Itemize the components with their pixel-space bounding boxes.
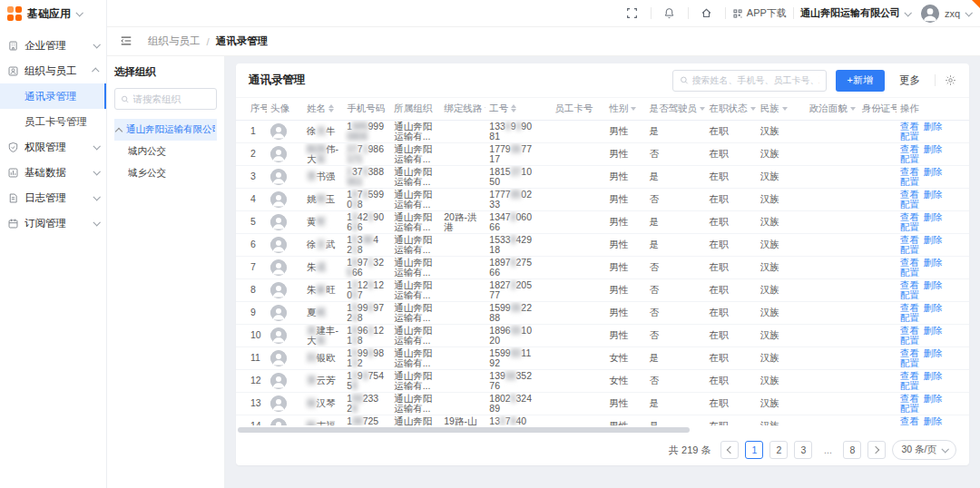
gear-icon[interactable] [945,74,956,86]
config-link[interactable]: 配置 [900,244,919,255]
config-link[interactable]: 配置 [900,357,919,368]
delete-link[interactable]: 删除 [924,393,943,404]
config-link[interactable]: 配置 [900,335,919,346]
delete-link[interactable]: 删除 [924,370,943,381]
config-link[interactable]: 配置 [900,425,919,426]
view-link[interactable]: 查看 [900,166,919,177]
tree-node-label: 城乡公交 [128,167,166,180]
prev-page-button[interactable] [720,441,739,459]
collapse-menu-icon[interactable] [120,34,132,49]
delete-link[interactable]: 删除 [924,279,943,290]
home-icon[interactable] [695,2,719,25]
sidebar-item-subscribe[interactable]: 订阅管理 [0,210,106,236]
sidebar-item-logs[interactable]: 日志管理 [0,185,106,210]
view-link[interactable]: 查看 [900,325,919,336]
bell-icon[interactable] [658,2,681,25]
config-link[interactable]: 配置 [900,312,919,323]
redacted-text: 5 [352,234,358,245]
delete-link[interactable]: 删除 [924,189,943,200]
config-link[interactable]: 配置 [900,131,919,142]
cell-index: 2 [236,142,267,165]
cell-gender: 男性 [605,165,645,188]
delete-link[interactable]: 删除 [924,166,943,177]
sidebar-subitem-card-number[interactable]: 员工卡号管理 [0,109,106,134]
sidebar-item-enterprise[interactable]: 企业管理 [0,33,106,58]
view-link[interactable]: 查看 [900,302,919,313]
text: 66 [352,267,363,278]
more-button[interactable]: 更多 [899,73,920,87]
app-download-button[interactable]: APP下载 [732,6,787,20]
breadcrumb-parent[interactable]: 组织与员工 [148,34,201,48]
delete-link[interactable]: 删除 [924,257,943,268]
delete-link[interactable]: 删除 [924,347,943,358]
app-switcher[interactable]: 基础应用 [0,0,106,27]
view-link[interactable]: 查看 [900,143,919,154]
delete-link[interactable]: 删除 [924,234,943,245]
delete-link[interactable]: 删除 [924,415,943,426]
sidebar-item-org-employee[interactable]: 组织与员工 [0,58,106,83]
config-link[interactable]: 配置 [900,221,919,232]
cell-org: 通山奔阳运输有... [390,278,440,301]
view-link[interactable]: 查看 [900,211,919,222]
delete-link[interactable]: 删除 [924,302,943,313]
view-link[interactable]: 查看 [900,347,919,358]
next-page-button[interactable] [867,441,886,459]
page-button-3[interactable]: 3 [794,441,812,459]
view-link[interactable]: 查看 [900,393,919,404]
sort-icon[interactable] [328,104,334,112]
filter-icon[interactable] [631,107,636,111]
tree-node[interactable]: 城内公交 [114,141,217,162]
table-search-input[interactable] [692,75,819,85]
fullscreen-icon[interactable] [621,2,644,25]
config-link[interactable]: 配置 [900,176,919,187]
column-label: 序号 [250,102,267,115]
org-search-input[interactable] [133,93,211,104]
redacted-text: 8 [368,347,374,358]
page-size-select[interactable]: 30 条/页 [892,440,956,460]
page-button-8[interactable]: 8 [843,441,861,459]
cell-name: 朱家旺 [303,278,343,301]
sidebar-item-permission[interactable]: 权限管理 [0,134,106,160]
cell-phone: 139875458 [343,369,390,392]
sidebar-item-base-data[interactable]: 基础数据 [0,160,106,185]
cell-driver: 是 [645,165,705,188]
filter-icon[interactable] [782,107,788,111]
config-link[interactable]: 配置 [900,380,919,391]
config-link[interactable]: 配置 [900,199,919,210]
config-link[interactable]: 配置 [900,289,919,300]
add-button[interactable]: +新增 [836,70,885,92]
delete-link[interactable]: 删除 [924,325,943,336]
filter-icon[interactable] [700,107,705,111]
cell-ethnic: 汉族 [757,369,806,392]
text: 黄 [307,216,317,227]
view-link[interactable]: 查看 [900,189,919,200]
filter-icon[interactable] [750,107,756,111]
view-link[interactable]: 查看 [900,121,919,132]
config-link[interactable]: 配置 [900,403,919,414]
config-link[interactable]: 配置 [900,267,919,278]
user-dropdown[interactable]: zxq [921,5,971,23]
cell-name: 刘银欧 [303,346,343,369]
divider [651,7,652,19]
company-dropdown[interactable]: 通山奔阳运输有限公司 [800,6,910,20]
scrollbar-thumb[interactable] [238,427,690,433]
sidebar-subitem-contacts[interactable]: 通讯录管理 [0,83,106,109]
view-link[interactable]: 查看 [900,234,919,245]
view-link[interactable]: 查看 [900,279,919,290]
config-link[interactable]: 配置 [900,153,919,164]
delete-link[interactable]: 删除 [924,211,943,222]
redacted-text: 8 [363,370,368,381]
view-link[interactable]: 查看 [900,257,919,268]
view-link[interactable]: 查看 [900,370,919,381]
cell-cardno [551,233,605,256]
delete-link[interactable]: 删除 [924,143,943,154]
tree-node[interactable]: 城乡公交 [114,162,217,184]
page-button-2[interactable]: 2 [769,441,788,459]
filter-icon[interactable] [485,107,485,111]
filter-icon[interactable] [850,107,856,111]
delete-link[interactable]: 删除 [924,121,943,132]
page-button-1[interactable]: 1 [745,441,763,459]
sort-icon[interactable] [511,104,516,112]
view-link[interactable]: 查看 [900,415,919,426]
tree-node[interactable]: 通山奔阳运输有限公司 [114,119,217,141]
